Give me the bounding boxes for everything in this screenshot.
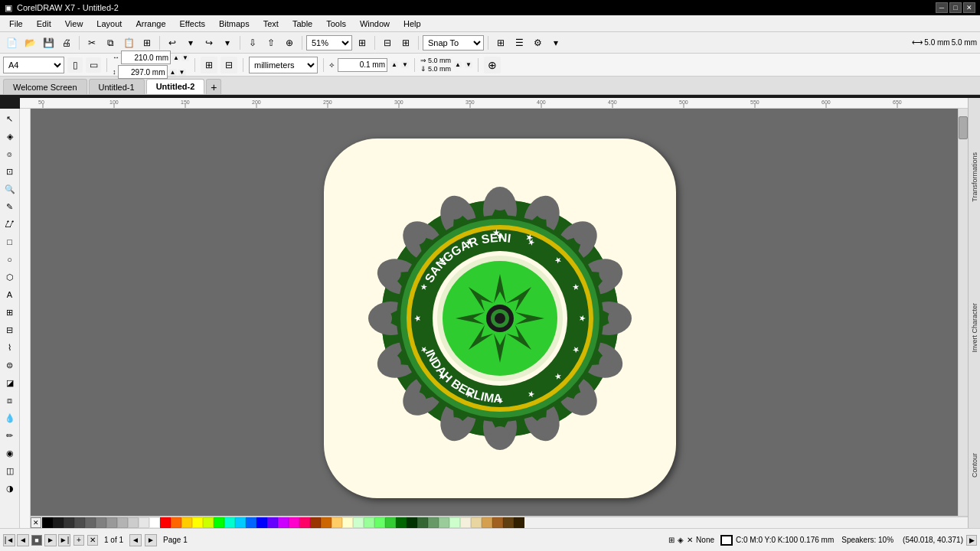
first-page-btn[interactable]: |◄ xyxy=(3,534,15,546)
palette-color[interactable] xyxy=(128,517,139,528)
smear-tool[interactable]: ⌾ xyxy=(2,145,18,162)
menu-help[interactable]: Help xyxy=(397,18,427,30)
nudge-x-up[interactable]: ▲ xyxy=(454,61,462,68)
save-button[interactable]: 💾 xyxy=(40,34,57,51)
zoom-select[interactable]: 51% 100% 200% xyxy=(306,35,352,51)
bleed-btn[interactable]: ⊟ xyxy=(220,57,237,73)
palette-color[interactable] xyxy=(203,517,214,528)
palette-color[interactable] xyxy=(428,517,439,528)
shadow-tool[interactable]: ◫ xyxy=(2,462,18,479)
polygon-tool[interactable]: ⬡ xyxy=(2,269,18,285)
palette-color[interactable] xyxy=(235,517,246,528)
palette-color[interactable] xyxy=(374,517,385,528)
height-down[interactable]: ▼ xyxy=(178,69,186,76)
palette-color[interactable] xyxy=(439,517,449,528)
ellipse-tool[interactable]: ○ xyxy=(2,251,18,268)
tab-untitled2[interactable]: Untitled-2 xyxy=(146,79,205,94)
palette-color[interactable] xyxy=(85,517,96,528)
palette-color[interactable] xyxy=(42,517,53,528)
last-page-btn[interactable]: ►| xyxy=(58,534,70,546)
new-tab-button[interactable]: + xyxy=(206,79,221,94)
vertical-scrollbar-thumb[interactable] xyxy=(959,116,968,139)
close-button[interactable]: ✕ xyxy=(963,2,975,13)
palette-color[interactable] xyxy=(321,517,332,528)
width-up[interactable]: ▲ xyxy=(172,54,180,61)
contour-label[interactable]: Contour xyxy=(971,450,978,481)
page-indicator[interactable]: ■ xyxy=(31,535,42,546)
page-size-select[interactable]: A4 A3 Letter xyxy=(3,57,64,73)
blend-tool[interactable]: ⊜ xyxy=(2,357,18,373)
snap-select[interactable]: Snap To xyxy=(423,35,484,51)
palette-color[interactable] xyxy=(267,517,278,528)
page-height-input[interactable] xyxy=(118,65,168,79)
options-dropdown[interactable]: ▾ xyxy=(547,34,564,51)
palette-color[interactable] xyxy=(353,517,364,528)
height-up[interactable]: ▲ xyxy=(169,69,177,76)
palette-color[interactable] xyxy=(299,517,310,528)
text-tool[interactable]: A xyxy=(2,286,18,303)
color-eyedropper[interactable]: 💧 xyxy=(2,409,18,426)
document-canvas[interactable]: SANGGAR SENI INDAH BERLIMA ★ ★ xyxy=(31,109,969,528)
palette-color[interactable] xyxy=(482,517,492,528)
palette-color[interactable] xyxy=(449,517,460,528)
prev-page-btn[interactable]: ◄ xyxy=(17,534,29,546)
parallel-dim-tool[interactable]: ⊟ xyxy=(2,321,18,338)
page-prev-btn[interactable]: ◄ xyxy=(129,534,142,546)
undo-button[interactable]: ↩ xyxy=(164,34,181,51)
menu-text[interactable]: Text xyxy=(257,18,285,30)
connector-tool[interactable]: ⌇ xyxy=(2,339,18,356)
paste-button[interactable]: 📋 xyxy=(120,34,137,51)
menu-file[interactable]: File xyxy=(3,18,29,30)
palette-color[interactable] xyxy=(385,517,396,528)
palette-color[interactable] xyxy=(417,517,428,528)
grid-button[interactable]: ⊞ xyxy=(492,34,509,51)
unit-toggle-btn[interactable]: ▶ xyxy=(966,535,977,546)
maximize-button[interactable]: □ xyxy=(949,2,962,13)
freehand-tool[interactable]: ✎ xyxy=(2,198,18,215)
menu-tools[interactable]: Tools xyxy=(320,18,352,30)
palette-color[interactable] xyxy=(181,517,192,528)
zoom-tool[interactable]: 🔍 xyxy=(2,181,18,197)
menu-layout[interactable]: Layout xyxy=(90,18,128,30)
tab-welcome[interactable]: Welcome Screen xyxy=(3,79,87,94)
menu-bitmaps[interactable]: Bitmaps xyxy=(213,18,256,30)
menu-effects[interactable]: Effects xyxy=(174,18,211,30)
snap-right[interactable]: ⊞ xyxy=(397,34,414,51)
delete-page-status-btn[interactable]: ✕ xyxy=(87,535,98,546)
rect-tool[interactable]: □ xyxy=(2,233,18,250)
nudge-down[interactable]: ▼ xyxy=(401,61,409,68)
palette-color[interactable] xyxy=(396,517,407,528)
palette-color[interactable] xyxy=(471,517,482,528)
menu-edit[interactable]: Edit xyxy=(31,18,57,30)
snap-left[interactable]: ⊟ xyxy=(379,34,396,51)
palette-color[interactable] xyxy=(514,517,524,528)
page-next-btn[interactable]: ► xyxy=(145,534,157,546)
nudge-x-dn[interactable]: ▼ xyxy=(465,61,472,68)
menu-window[interactable]: Window xyxy=(354,18,396,30)
publish-button[interactable]: ⊕ xyxy=(281,34,298,51)
no-fill-swatch[interactable]: ✕ xyxy=(31,517,41,528)
palette-color[interactable] xyxy=(407,517,417,528)
add-page-status-btn[interactable]: + xyxy=(74,535,84,546)
nudge-up[interactable]: ▲ xyxy=(390,61,398,68)
menu-arrange[interactable]: Arrange xyxy=(129,18,172,30)
transformations-label[interactable]: Transformations xyxy=(971,149,978,205)
redo-dropdown[interactable]: ▾ xyxy=(219,34,236,51)
palette-color[interactable] xyxy=(460,517,471,528)
export-button[interactable]: ⇧ xyxy=(263,34,279,51)
zoom-options[interactable]: ⊞ xyxy=(354,34,371,51)
page-resize-btn[interactable]: ⊞ xyxy=(201,57,217,73)
palette-color[interactable] xyxy=(224,517,235,528)
palette-color[interactable] xyxy=(74,517,85,528)
select-tool[interactable]: ↖ xyxy=(2,110,18,127)
copy-button[interactable]: ⧉ xyxy=(102,34,119,51)
palette-color[interactable] xyxy=(149,517,160,528)
palette-color[interactable] xyxy=(503,517,514,528)
palette-color[interactable] xyxy=(96,517,106,528)
palette-color[interactable] xyxy=(364,517,374,528)
nudge-input[interactable] xyxy=(338,58,387,72)
palette-color[interactable] xyxy=(342,517,353,528)
add-page-btn[interactable]: ⊕ xyxy=(484,57,501,73)
redo-button[interactable]: ↪ xyxy=(201,34,217,51)
palette-color[interactable] xyxy=(214,517,224,528)
